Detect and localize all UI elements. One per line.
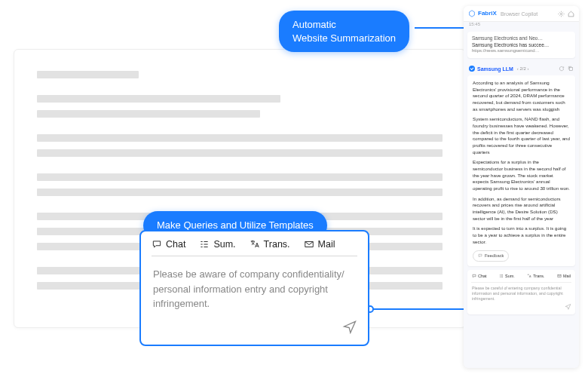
answer-body: According to an analysis of Samsung Elec… (467, 75, 575, 266)
tab-sum[interactable]: Sum. (199, 239, 235, 250)
callout-auto-summarization: Automatic Website Summarization (279, 11, 409, 52)
brand-hex-icon (468, 10, 476, 17)
answer-header: Samsung LLM ‹ 2/2 › (469, 66, 574, 72)
svg-rect-1 (570, 68, 573, 71)
refresh-icon[interactable] (559, 66, 565, 72)
settings-icon[interactable] (558, 11, 565, 17)
placeholder-line (37, 110, 260, 118)
answer-paragraph: It is expected to turn into a surplus. I… (473, 225, 570, 245)
tab-sum[interactable]: Sum. (499, 274, 515, 279)
send-button[interactable] (471, 303, 571, 312)
tab-mail[interactable]: Mail (557, 274, 571, 279)
chat-icon (478, 253, 482, 258)
send-icon (342, 319, 357, 334)
card-subtitle: Samsung Electronics has succee… (472, 42, 571, 48)
tab-label: Mail (318, 239, 335, 250)
brand-name: FabriX (478, 10, 497, 17)
answer-paragraph: According to an analysis of Samsung Elec… (473, 80, 570, 112)
copilot-header: FabriX Browser Copilot (464, 6, 579, 22)
brand-subtitle: Browser Copilot (501, 11, 537, 17)
send-button[interactable] (152, 319, 357, 337)
tab-label: Mail (563, 274, 571, 279)
placeholder-line (37, 71, 139, 78)
answer-nav[interactable]: ‹ 2/2 › (517, 66, 529, 72)
tab-label: Chat (166, 239, 185, 250)
home-icon[interactable] (568, 11, 574, 17)
callout-line: Automatic (292, 18, 396, 32)
copilot-brand: FabriX Browser Copilot (468, 10, 537, 17)
list-icon (199, 239, 210, 250)
connector-line (415, 27, 469, 29)
tab-label: Trans. (264, 239, 290, 250)
query-panel: Chat Sum. Trans. Mail Please be aware of… (139, 230, 369, 346)
card-title: Samsung Electronics and Neo… (472, 35, 571, 41)
llm-answer: Samsung LLM ‹ 2/2 › According to an anal… (467, 63, 575, 266)
answer-paragraph: System semiconductors, NAND flash, and f… (473, 116, 570, 155)
copilot-input-panel: Chat Sum. Trans. Mail Please be careful … (467, 270, 575, 314)
placeholder-line (37, 134, 443, 142)
tab-label: Sum. (505, 274, 515, 279)
svg-point-0 (560, 13, 562, 14)
input-placeholder[interactable]: Please be careful of entering company co… (471, 283, 571, 303)
source-card[interactable]: Samsung Electronics and Neo… Samsung Ele… (467, 32, 575, 58)
tab-mail[interactable]: Mail (304, 239, 335, 250)
tab-chat[interactable]: Chat (472, 274, 487, 279)
feedback-label: Feedback (485, 253, 504, 259)
tab-label: Chat (478, 274, 487, 279)
mail-icon (557, 274, 562, 278)
placeholder-line (37, 149, 443, 157)
callout-line: Website Summarization (292, 32, 396, 45)
placeholder-line (37, 188, 443, 196)
chat-icon (152, 239, 162, 250)
placeholder-line (37, 173, 443, 181)
tab-trans[interactable]: Trans. (527, 274, 544, 279)
tab-label: Trans. (533, 274, 544, 279)
answer-paragraph: In addition, as demand for semiconductor… (473, 196, 570, 222)
translate-icon (527, 274, 531, 278)
mail-icon (304, 239, 314, 250)
copilot-sidebar: FabriX Browser Copilot 15:45 Samsung Ele… (464, 6, 579, 368)
copy-icon[interactable] (568, 66, 574, 72)
query-prompt[interactable]: Please be aware of company confidentiali… (152, 256, 357, 314)
input-tabs: Chat Sum. Trans. Mail (471, 273, 571, 283)
connector-line (369, 308, 467, 310)
placeholder-line (37, 95, 280, 103)
chat-icon (472, 274, 476, 278)
answer-paragraph: Expectations for a surplus in the semico… (473, 159, 570, 192)
query-tabs: Chat Sum. Trans. Mail (152, 239, 357, 256)
check-icon (469, 66, 475, 72)
translate-icon (250, 239, 260, 250)
timestamp: 15:45 (469, 22, 579, 28)
tab-chat[interactable]: Chat (152, 239, 185, 250)
send-icon (565, 303, 571, 310)
tab-trans[interactable]: Trans. (250, 239, 290, 250)
llm-label: Samsung LLM (477, 66, 513, 72)
card-url: https://news.samsungsemicond… (472, 48, 571, 54)
list-icon (499, 274, 504, 278)
feedback-button[interactable]: Feedback (473, 250, 509, 261)
tab-label: Sum. (213, 239, 235, 250)
